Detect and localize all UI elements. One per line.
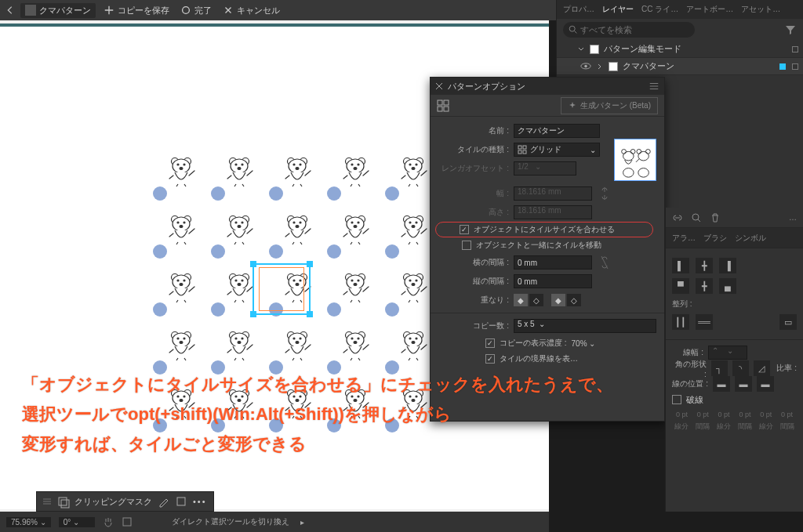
tab-brush[interactable]: ブラシ (703, 233, 727, 244)
context-toolbar[interactable]: クリッピングマスク ••• (36, 491, 214, 512)
svg-point-36 (180, 226, 183, 228)
layer-row-child[interactable]: クマパターン (557, 58, 803, 75)
handle-top-left[interactable] (250, 261, 256, 267)
layer-search-input[interactable] (563, 22, 695, 38)
corner-bevel-button[interactable]: ◿ (754, 360, 770, 376)
width-input: 18.1616 mm (514, 186, 592, 201)
overlap-bottom-button[interactable]: ◇ (567, 294, 581, 306)
copy-opacity-checkbox[interactable] (485, 338, 495, 348)
generate-pattern-button[interactable]: 生成パターン (Beta) (561, 97, 658, 114)
align-vcenter-button[interactable]: ╋ (696, 278, 713, 294)
tab-layers[interactable]: レイヤー (602, 4, 634, 15)
tab-artboard[interactable]: アートボー… (686, 4, 733, 15)
tab-cc[interactable]: CC ライ… (641, 4, 678, 15)
align-left-button[interactable]: ▌ (672, 258, 689, 273)
panel-menu-icon[interactable] (649, 81, 659, 92)
pattern-name-input[interactable] (514, 124, 600, 138)
distribute-h-button[interactable]: ┃┃ (672, 314, 689, 330)
svg-point-59 (416, 222, 417, 223)
distribute-v-button[interactable]: ══ (696, 314, 713, 330)
search-icon[interactable] (691, 212, 702, 223)
move-with-object-checkbox-row[interactable]: オブジェクトと一緒にタイルを移動 (438, 237, 656, 253)
svg-rect-174 (123, 518, 131, 526)
tile-border-checkbox[interactable] (485, 354, 495, 364)
svg-point-39 (231, 217, 248, 231)
artboard-nav-icon[interactable] (122, 516, 133, 527)
link-icon[interactable] (600, 186, 609, 201)
zoom-select[interactable]: 75.96% ⌄ (6, 517, 51, 527)
stroke-inside-button[interactable]: ▬ (735, 376, 752, 392)
stroke-center-button[interactable]: ▬ (713, 376, 730, 392)
stroke-outside-button[interactable]: ▬ (757, 376, 774, 392)
back-icon[interactable] (5, 5, 16, 16)
name-label: 名前 : (438, 125, 509, 136)
grip-icon[interactable] (43, 498, 51, 505)
dash-checkbox[interactable] (672, 395, 681, 404)
chevron-down-icon[interactable] (577, 45, 585, 53)
vgap-input[interactable] (514, 274, 592, 288)
overlap-right-button[interactable]: ◇ (529, 294, 543, 306)
cancel-button[interactable]: キャンセル (220, 3, 283, 18)
trash-icon[interactable] (710, 212, 721, 223)
selection-indicator[interactable] (792, 63, 798, 70)
tiletype-label: タイルの種類 : (438, 144, 509, 155)
layer-row-root[interactable]: パターン編集モード (557, 41, 803, 58)
document-tab[interactable]: クマパターン (20, 3, 96, 18)
corner-round-button[interactable]: ◝ (732, 360, 749, 376)
align-bottom-button[interactable]: ▄ (719, 278, 736, 294)
visibility-icon[interactable] (580, 63, 591, 70)
tab-align[interactable]: アラ… (672, 233, 696, 244)
more-icon[interactable]: ••• (193, 497, 207, 506)
align-top-button[interactable]: ▀ (672, 278, 689, 294)
bear-tile (225, 213, 253, 244)
tab-symbol[interactable]: シンボル (735, 233, 766, 244)
fit-to-object-checkbox-row[interactable]: オブジェクトにタイルサイズを合わせる (435, 222, 653, 237)
handle-bottom-left[interactable] (250, 311, 256, 317)
align-to-button[interactable]: ▭ (779, 314, 797, 330)
align-hcenter-button[interactable]: ╋ (696, 258, 713, 273)
svg-rect-155 (444, 100, 449, 105)
nav-play-icon[interactable]: ▸ (300, 518, 304, 527)
rotation-select[interactable]: 0° ⌄ (59, 517, 95, 527)
copies-select[interactable]: 5 x 5 ⌄ (514, 319, 656, 333)
vgap-label: 縦の間隔 : (438, 276, 509, 287)
copy-opacity-row[interactable]: コピーの表示濃度 : 70% ⌄ (438, 335, 656, 351)
svg-rect-160 (518, 150, 521, 154)
save-copy-button[interactable]: コピーを保存 (100, 3, 173, 18)
tiletype-select[interactable]: グリッド ⌄ (514, 143, 600, 157)
tab-properties[interactable]: プロパ… (563, 4, 594, 15)
close-icon[interactable] (435, 82, 443, 90)
handle-bottom-right[interactable] (307, 311, 313, 317)
pattern-type-icon[interactable] (437, 100, 449, 112)
move-with-object-checkbox[interactable] (462, 241, 471, 250)
copy-opacity-select[interactable]: 70% ⌄ (572, 339, 611, 348)
target-indicator[interactable] (792, 46, 798, 52)
dot-tile (385, 244, 399, 259)
tab-asset[interactable]: アセット… (741, 4, 780, 15)
hgap-input[interactable] (514, 255, 592, 270)
done-button[interactable]: 完了 (177, 3, 215, 18)
fit-to-object-checkbox[interactable] (460, 225, 469, 234)
panel-header[interactable]: パターンオプション (431, 78, 664, 95)
corner-miter-button[interactable]: ┐ (711, 360, 728, 376)
overlap-left-button[interactable]: ◆ (514, 294, 528, 306)
svg-point-30 (412, 168, 415, 170)
svg-point-53 (358, 222, 359, 223)
tile-selection-frame[interactable] (253, 263, 311, 315)
align-right-button[interactable]: ▐ (719, 258, 736, 273)
layer-name: パターン編集モード (604, 43, 787, 55)
pattern-thumbnail[interactable] (614, 139, 656, 181)
target-indicator-selected[interactable] (779, 63, 786, 70)
link-off-icon[interactable] (600, 255, 609, 270)
dot-tile (211, 244, 225, 259)
edit-icon[interactable] (158, 496, 169, 507)
tile-border-row[interactable]: タイルの境界線を表… (438, 351, 656, 367)
stroke-width-input[interactable]: ⌃ ⌄ (708, 346, 747, 360)
chevron-right-icon[interactable] (596, 63, 604, 71)
filter-icon[interactable] (784, 24, 797, 36)
link-icon[interactable] (672, 212, 683, 223)
overlap-top-button[interactable]: ◆ (551, 294, 565, 306)
hand-icon[interactable] (103, 516, 114, 527)
handle-top-right[interactable] (307, 261, 313, 267)
mask-icon[interactable] (176, 496, 187, 507)
